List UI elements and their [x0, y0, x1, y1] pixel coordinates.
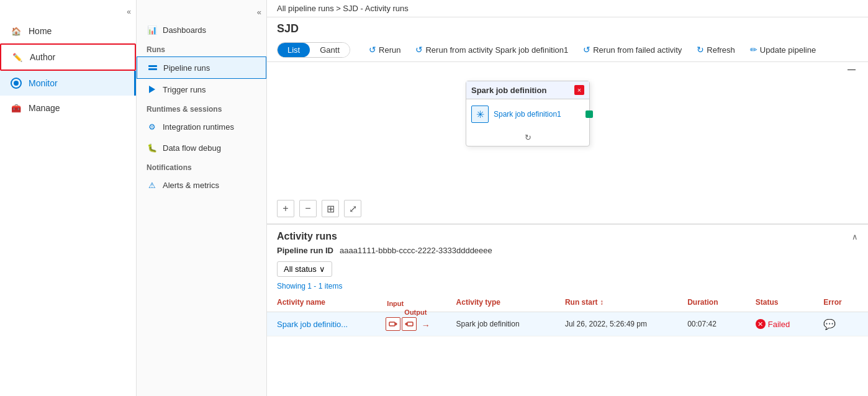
- refresh-label: Refresh: [707, 45, 735, 55]
- showing-label: Showing 1 - 1 items: [267, 279, 868, 293]
- refresh-button[interactable]: ↻ Refresh: [690, 42, 741, 58]
- spark-card-body: ✳ Spark job definition1: [466, 99, 589, 129]
- pipeline-runs-label: Pipeline runs: [163, 63, 210, 73]
- col-status: Status: [746, 293, 814, 312]
- spark-card-header: Spark job definition ×: [466, 81, 589, 99]
- svg-rect-3: [148, 68, 157, 70]
- sidebar-item-author[interactable]: ✏️ Author: [0, 43, 136, 71]
- svg-point-1: [14, 81, 19, 86]
- view-tab-group: List Gantt: [277, 42, 350, 58]
- sidebar-item-home[interactable]: 🏠 Home: [0, 19, 136, 43]
- integration-runtimes-label: Integration runtimes: [163, 122, 234, 132]
- input-button[interactable]: [386, 317, 400, 331]
- breadcrumb: All pipeline runs > SJD - Activity runs: [267, 0, 868, 17]
- dashboards-label: Dashboards: [163, 25, 206, 35]
- status-filter-button[interactable]: All status ∨: [277, 261, 332, 277]
- sidebar-item-trigger-runs[interactable]: Trigger runs: [137, 79, 266, 100]
- activity-runs-header: Activity runs ∧: [267, 225, 868, 245]
- home-icon: 🏠: [10, 25, 22, 37]
- page-title: SJD: [267, 17, 868, 38]
- activity-runs-collapse[interactable]: ∧: [852, 232, 858, 241]
- col-activity-name: Activity name: [267, 293, 376, 312]
- sidebar-item-dashboards[interactable]: 📊 Dashboards: [137, 19, 266, 40]
- activity-runs-table: Activity name Activity type Run start ↕ …: [267, 293, 868, 336]
- col-activity-type: Activity type: [446, 293, 555, 312]
- canvas-toolbar: + − ⊞ ⤢: [277, 200, 361, 217]
- table-row: Spark job definitio... Input Output: [267, 312, 868, 336]
- update-pipeline-icon: ✏: [750, 45, 757, 55]
- error-comment-icon[interactable]: 💬: [823, 319, 836, 330]
- svg-rect-5: [389, 322, 395, 326]
- spark-card-close-button[interactable]: ×: [574, 85, 584, 95]
- breadcrumb-link[interactable]: All pipeline runs: [277, 4, 334, 13]
- toolbar: List Gantt ↺ Rerun ↺ Rerun from activity…: [267, 38, 868, 62]
- canvas-collapse[interactable]: —: [845, 62, 858, 76]
- sidebar-item-manage[interactable]: 🧰 Manage: [0, 96, 136, 120]
- main-content: All pipeline runs > SJD - Activity runs …: [267, 0, 868, 396]
- update-pipeline-label: Update pipeline: [760, 45, 816, 55]
- spark-card-icon: ✳: [471, 106, 489, 123]
- tab-list[interactable]: List: [278, 43, 310, 57]
- spark-card-footer: ↻: [466, 129, 589, 146]
- spark-job-card: Spark job definition × ✳ Spark job defin…: [466, 81, 590, 146]
- activity-runs-table-container: Activity name Activity type Run start ↕ …: [267, 293, 868, 336]
- zoom-in-button[interactable]: +: [277, 200, 294, 217]
- pipeline-run-id-label: Pipeline run ID: [277, 246, 333, 255]
- second-sidebar-collapse[interactable]: «: [137, 5, 266, 19]
- rerun-activity-label: Rerun from activity Spark job definition…: [425, 45, 568, 55]
- status-failed-container: ✕ Failed: [756, 319, 804, 329]
- status-filter-label: All status: [284, 264, 317, 274]
- tab-gantt[interactable]: Gantt: [310, 43, 350, 57]
- update-pipeline-button[interactable]: ✏ Update pipeline: [744, 42, 822, 58]
- sidebar-label-monitor: Monitor: [29, 78, 58, 88]
- zoom-out-button[interactable]: −: [299, 200, 317, 217]
- alerts-metrics-icon: ⚠: [147, 179, 158, 191]
- activity-runs-section: Activity runs ∧ Pipeline run ID aaaa1111…: [267, 223, 868, 396]
- output-button[interactable]: [402, 317, 417, 331]
- input-output-buttons: [386, 317, 417, 331]
- svg-marker-4: [149, 86, 155, 93]
- spark-card-status-icon: ↻: [525, 133, 531, 142]
- second-sidebar: « 📊 Dashboards Runs Pipeline runs Trigge…: [137, 0, 267, 396]
- cell-run-start: Jul 26, 2022, 5:26:49 pm: [555, 312, 677, 336]
- runs-section-label: Runs: [137, 40, 266, 56]
- rerun-failed-button[interactable]: ↺ Rerun from failed activity: [577, 42, 688, 58]
- table-header-row: Activity name Activity type Run start ↕ …: [267, 293, 868, 312]
- sidebar-label-manage: Manage: [29, 103, 60, 113]
- sidebar-item-alerts-metrics[interactable]: ⚠ Alerts & metrics: [137, 174, 266, 196]
- activity-name-link[interactable]: Spark job definitio...: [277, 320, 348, 329]
- status-label: Failed: [768, 320, 790, 329]
- sidebar-item-monitor[interactable]: Monitor: [0, 71, 136, 96]
- manage-icon: 🧰: [10, 102, 22, 114]
- rerun-icon: ↺: [369, 45, 376, 55]
- rerun-activity-button[interactable]: ↺ Rerun from activity Spark job definiti…: [409, 42, 574, 58]
- breadcrumb-current: SJD - Activity runs: [343, 4, 408, 13]
- left-sidebar-collapse[interactable]: «: [122, 5, 136, 19]
- svg-rect-7: [407, 322, 413, 326]
- status-filter-chevron: ∨: [319, 264, 325, 274]
- sidebar-item-data-flow-debug[interactable]: 🐛 Data flow debug: [137, 137, 266, 158]
- col-run-start: Run start ↕: [555, 293, 677, 312]
- integration-runtimes-icon: ⚙: [147, 121, 158, 132]
- pipeline-run-id-value: aaaa1111-bbbb-cccc-2222-3333ddddeeee: [340, 246, 492, 255]
- rerun-failed-icon: ↺: [583, 45, 590, 55]
- pipeline-run-id-row: Pipeline run ID aaaa1111-bbbb-cccc-2222-…: [267, 245, 868, 259]
- notifications-section-label: Notifications: [137, 158, 266, 174]
- sidebar-label-author: Author: [30, 52, 55, 62]
- sidebar-item-integration-runtimes[interactable]: ⚙ Integration runtimes: [137, 116, 266, 137]
- collapse-minus-icon: —: [848, 65, 856, 74]
- failed-icon: ✕: [756, 319, 766, 329]
- pipeline-runs-icon: [147, 62, 158, 73]
- fit-view-button[interactable]: ⊞: [322, 200, 339, 217]
- expand-button[interactable]: ⤢: [344, 200, 361, 217]
- dashboards-icon: 📊: [147, 24, 158, 35]
- sidebar-item-pipeline-runs[interactable]: Pipeline runs: [137, 56, 266, 79]
- canvas-area: Spark job definition × ✳ Spark job defin…: [267, 62, 868, 223]
- trigger-runs-icon: [147, 84, 158, 95]
- alerts-metrics-label: Alerts & metrics: [163, 181, 219, 190]
- output-annotation: Output: [404, 308, 427, 316]
- breadcrumb-separator: >: [336, 4, 343, 13]
- left-sidebar: « 🏠 Home ✏️ Author Monitor 🧰 Manage: [0, 0, 137, 396]
- rerun-button[interactable]: ↺ Rerun: [363, 42, 407, 58]
- col-error: Error: [813, 293, 868, 312]
